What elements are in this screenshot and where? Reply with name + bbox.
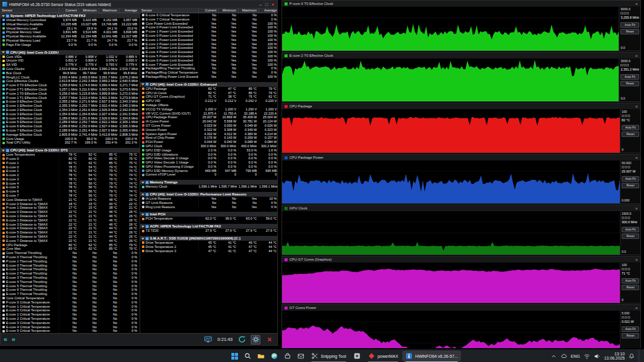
maximize-button[interactable]: □ xyxy=(265,2,268,7)
taskbar-app-snipping-tool[interactable]: Snipping Tool xyxy=(308,351,349,361)
graph-option-checkbox[interactable] xyxy=(622,217,624,219)
volume-icon[interactable] xyxy=(594,353,601,360)
graph-option-checkbox[interactable] xyxy=(626,64,629,66)
sensor-row[interactable]: P-core 0 T1 Effective Clock3,257.1 MHz3,… xyxy=(1,87,140,92)
close-button[interactable]: × xyxy=(272,2,274,7)
sensor-row[interactable]: E-core 278 °C54 °C79 °C74 °C xyxy=(1,173,140,177)
sensor-row[interactable]: E-core 7 Power Limit ExceededYesYesYes10… xyxy=(140,63,277,67)
sensor-row[interactable]: E-core 2 Thermal ThrottlingNoNoNo0 % xyxy=(1,272,140,276)
sensor-row[interactable]: GPU D3D Memory Dynamic669 MB647 MB799 MB… xyxy=(140,169,277,173)
sensor-row[interactable]: P-core 082 °C60 °C85 °C75 °C xyxy=(1,157,140,161)
sensor-row[interactable]: P-core 0 Distance to TjMAX18 °C15 °C40 °… xyxy=(1,202,140,206)
sensor-row[interactable]: Total CPU Utility202.7 %199.3 %250.4 %20… xyxy=(1,141,140,145)
sensor-row[interactable]: E-core 1 Thermal ThrottlingNoNoNo0 % xyxy=(1,267,140,272)
column-header-minimum[interactable]: Minimum xyxy=(79,8,98,13)
sensor-row[interactable]: E-core 4 Effective Clock2,289.6 MHz2,251… xyxy=(1,116,140,121)
graph-option-checkbox[interactable] xyxy=(620,12,623,14)
sensor-row[interactable]: E-core 178 °C54 °C79 °C74 °C xyxy=(1,169,140,173)
graph-option-checkbox[interactable] xyxy=(622,268,624,270)
column-header-current[interactable]: Current xyxy=(59,8,79,13)
collapse-icon[interactable] xyxy=(141,214,144,215)
graph-titlebar[interactable]: GT Cores Power× xyxy=(282,305,640,311)
sensor-group-header[interactable]: System: HIPER Technology Ltd FACTUM FK2 xyxy=(1,13,140,18)
sensor-row[interactable]: E-core 5 Distance to TjMAX22 °C21 °C44 °… xyxy=(1,230,140,235)
reset-button[interactable]: Reset xyxy=(622,132,639,137)
collapse-icon[interactable] xyxy=(2,15,5,17)
sensor-row[interactable]: E-core 4 Power Limit ExceededYesYesYes10… xyxy=(140,50,277,54)
sensor-row[interactable]: E-core 4 Critical TemperatureNoNoNo0 % xyxy=(1,325,140,329)
sensor-row[interactable]: Average Effective Clock2,805.8 MHz2,741.… xyxy=(1,133,140,137)
graph-titlebar[interactable]: CPU Package× xyxy=(282,103,640,109)
column-header-average[interactable]: Average xyxy=(119,8,139,13)
graph-option-checkbox[interactable] xyxy=(628,268,630,270)
sensor-row[interactable]: Current sTOP Level0000 xyxy=(140,173,277,177)
auto-fit-button[interactable]: Auto Fit xyxy=(622,278,639,284)
graph-option-checkbox[interactable] xyxy=(620,64,623,66)
taskbar-explorer-button[interactable] xyxy=(255,351,267,361)
sensor-row[interactable]: GPU D3D Usage2.3 %0.0 %53.0 %1.6 % xyxy=(140,148,277,153)
sensor-row[interactable]: P-core 1 Critical TemperatureNoNoNo0 % xyxy=(1,305,140,309)
sensor-row[interactable]: E-core 6 Critical TemperatureNoNoNo0 % xyxy=(140,13,277,17)
sensor-row[interactable]: E-core 2 Critical TemperatureNoNoNo0 % xyxy=(1,317,140,321)
sensor-row[interactable]: GPU D3D Utilizations0.0 %0.0 %0.0 %0.0 % xyxy=(140,153,277,157)
sensor-row[interactable]: E-core 1 Distance to TjMAX22 °C21 °C46 °… xyxy=(1,214,140,218)
sensor-row[interactable]: E-core 2 Effective Clock2,354.3 MHz2,261… xyxy=(1,108,140,112)
graph-close-icon[interactable]: × xyxy=(635,1,638,7)
sensor-row[interactable]: Bus Clock99.8 MHz99.7 MHz99.8 MHz99.8 MH… xyxy=(1,71,140,75)
taskbar-app-hwinfo64-v6-26-57-[interactable]: HWiNFO64 v6.26-57... xyxy=(402,351,461,361)
graph-option-checkbox[interactable] xyxy=(625,316,627,319)
sensor-row[interactable]: GT Cores Power0.023 W0.000 W0.049 W0.026… xyxy=(140,124,277,128)
graph-option-checkbox[interactable] xyxy=(628,166,630,168)
sensor-row[interactable]: E-core 378 °C54 °C79 °C74 °C xyxy=(1,177,140,182)
sensor-row[interactable]: Package/Ring Thermal ThrottlingNoNoNo0 % xyxy=(140,66,277,71)
sensor-row[interactable]: E-core 0 Effective Clock2,355.2 MHz2,271… xyxy=(1,100,140,104)
sensor-row[interactable]: Drive Temperature 245 °C41 °C47 °C44 °C xyxy=(140,245,277,249)
sensor-row[interactable]: E-core 078 °C54 °C79 °C74 °C xyxy=(1,165,140,170)
sensor-row[interactable]: E-core 5 Effective Clock2,289.9 MHz2,252… xyxy=(1,120,140,124)
sensor-row[interactable]: E-core 1 Power Limit ExceededYesYesYes10… xyxy=(140,38,277,42)
sensor-row[interactable]: P-core 1 Distance to TjMAX17 °C15 °C38 °… xyxy=(1,206,140,210)
sensor-row[interactable]: Uncore Power0.322 W0.308 W0.349 W0.323 W xyxy=(140,128,277,132)
sensor-row[interactable]: E-core 7 Thermal ThrottlingNoNoNo0 % xyxy=(1,292,140,296)
graph-close-icon[interactable]: × xyxy=(635,305,638,311)
sensor-group-header[interactable]: S.M.A.R.T.: SSD 512GB [0N292H11067200100… xyxy=(140,236,277,241)
graph-option-checkbox[interactable] xyxy=(623,64,626,66)
sensor-row[interactable]: E-core 0 Distance to TjMAX22 °C21 °C46 °… xyxy=(1,210,140,214)
sensor-row[interactable]: VR VCC Current (SVID IOUT)21.875 A11.750… xyxy=(140,112,277,116)
scroll-right-icon[interactable]: » xyxy=(11,335,15,345)
taskbar-edge-button[interactable] xyxy=(268,351,280,361)
minimize-button[interactable]: – xyxy=(259,2,262,7)
sensor-row[interactable]: SA VID0.776 V0.776 V0.793 V0.779 V xyxy=(1,63,140,67)
taskbar-store-button[interactable] xyxy=(282,351,294,361)
sensor-row[interactable]: E-core 3 Thermal ThrottlingNoNoNo0 % xyxy=(1,276,140,280)
tray-clock[interactable]: 13:10 13.06.2025 xyxy=(604,352,625,361)
column-header-maximum[interactable]: Maximum xyxy=(238,8,259,13)
sensor-row[interactable]: E-core 6 Distance to TjMAX22 °C21 °C44 °… xyxy=(1,235,140,239)
column-header-maximum[interactable]: Maximum xyxy=(98,8,119,13)
sensor-row[interactable]: E-core 6 Thermal ThrottlingNoNoNo0 % xyxy=(1,288,140,292)
show-desktop-button[interactable] xyxy=(639,349,640,362)
sensor-row[interactable]: CPU Package82 °C62 °C85 °C79 °C xyxy=(1,243,140,247)
sensor-row[interactable]: Core VIDs0.886 V0.858 V1.032 V0.889 V xyxy=(1,55,140,59)
graph-option-checkbox[interactable] xyxy=(625,268,627,270)
sensor-row[interactable]: Core Clocks2,513.8 MHz2,194.6 MHz3,990.2… xyxy=(1,67,140,71)
sensor-row[interactable]: E-core 3 Effective Clock2,354.9 MHz2,264… xyxy=(1,112,140,116)
sensor-row[interactable]: Core Temperatures79 °C52 °C85 °C75 °C xyxy=(1,153,140,157)
sensor-row[interactable]: Core Effective Clocks2,613.8 MHz2,242.3 … xyxy=(1,79,140,83)
sensor-row[interactable]: P-core 0 Critical TemperatureNoNoNo0 % xyxy=(1,300,140,305)
sensor-row[interactable]: E-core 4 Thermal ThrottlingNoNoNo0 % xyxy=(1,280,140,284)
sensor-row[interactable]: E-core 6 Power Limit ExceededYesYesYes10… xyxy=(140,59,277,63)
reset-button[interactable]: Reset xyxy=(622,333,639,338)
sensor-row[interactable]: CPU Package Power25.007 W10.869 W35.409 … xyxy=(140,115,277,119)
reset-button[interactable]: Reset xyxy=(620,29,639,34)
sensor-group-header[interactable]: Intel PCH xyxy=(140,212,277,217)
graph-option-checkbox[interactable] xyxy=(622,316,624,319)
taskbar-search-button[interactable] xyxy=(242,351,254,361)
graph-titlebar[interactable]: CPU Package Power× xyxy=(282,154,640,160)
sensor-row[interactable]: E-core 578 °C56 °C79 °C74 °C xyxy=(1,185,140,189)
sensor-row[interactable]: Package/Ring Critical TemperatureNoNoNo0… xyxy=(140,71,277,75)
sensor-group-header[interactable]: CPU [#0]: Intel Core i5-1335U xyxy=(1,50,140,55)
graph-option-checkbox[interactable] xyxy=(628,115,630,117)
wifi-icon[interactable] xyxy=(584,353,590,360)
collapse-icon[interactable] xyxy=(141,182,144,183)
